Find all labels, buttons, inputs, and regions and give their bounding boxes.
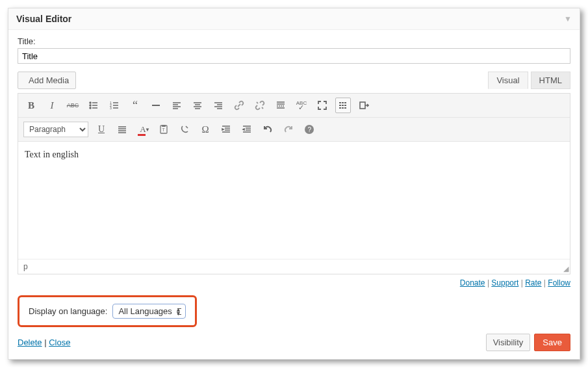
special-char-button[interactable]: Ω [198,122,213,137]
title-input[interactable] [18,48,570,64]
editor-container: B I ABC 123 “ ABC✓ Pa [18,93,570,274]
svg-text:3: 3 [110,106,112,110]
svg-text:T: T [162,127,166,132]
language-select[interactable]: All Languages ▲▼ [112,304,185,319]
help-button[interactable]: ? [301,122,317,137]
svg-text:?: ? [308,126,312,133]
tab-visual[interactable]: Visual [488,72,528,89]
svg-point-6 [90,107,91,109]
collapse-icon[interactable]: ▼ [564,14,572,23]
unlink-button[interactable] [252,98,268,113]
undo-button[interactable] [260,122,275,137]
hr-button[interactable] [148,98,164,113]
insert-more-button[interactable] [273,98,288,113]
outdent-button[interactable] [218,122,234,137]
toolbar-row-2: Paragraph U A▼ T Ω ? [18,118,570,142]
svg-rect-35 [344,102,346,103]
footer-links: Donate | Support | Rate | Follow [18,278,570,287]
svg-rect-37 [342,105,344,106]
italic-button[interactable]: I [44,98,60,113]
clear-format-button[interactable] [177,122,192,137]
editor-content[interactable]: Text in english [18,142,570,259]
align-right-button[interactable] [211,98,226,113]
follow-link[interactable]: Follow [548,278,570,287]
visibility-button[interactable]: Visibility [486,334,531,351]
paste-text-button[interactable]: T [156,122,172,137]
svg-rect-42 [360,102,365,109]
bold-button[interactable]: B [23,98,39,113]
support-link[interactable]: Support [491,278,518,287]
add-media-button[interactable]: Add Media [18,72,76,89]
save-button[interactable]: Save [534,334,570,351]
title-label: Title: [18,36,570,46]
language-label: Display on language: [29,306,107,316]
svg-point-4 [90,105,91,106]
kitchen-sink-button[interactable] [335,98,351,113]
svg-line-27 [257,102,258,103]
svg-rect-33 [339,102,341,103]
status-path[interactable]: p [23,262,28,271]
bottom-row: Delete | Close Visibility Save [18,334,570,351]
svg-rect-39 [339,107,341,109]
align-center-button[interactable] [190,98,205,113]
rate-link[interactable]: Rate [525,278,541,287]
svg-line-28 [262,107,263,109]
align-justify-button[interactable] [114,122,130,137]
visual-editor-panel: Visual Editor ▼ Title: Add Media Visual … [8,8,580,360]
align-left-button[interactable] [169,98,185,113]
editor-status-bar: p ◢ [18,259,570,274]
blockquote-button[interactable]: “ [127,98,143,113]
svg-rect-36 [339,105,341,106]
select-updown-icon: ▲▼ [175,308,181,315]
export-icon[interactable] [356,98,372,113]
panel-header[interactable]: Visual Editor ▼ [8,8,580,30]
svg-rect-48 [162,125,166,127]
donate-link[interactable]: Donate [460,278,485,287]
resize-grip-icon[interactable]: ◢ [561,265,569,272]
editor-tabs: Visual HTML [488,72,570,89]
svg-rect-40 [342,107,344,109]
svg-rect-34 [342,102,344,103]
add-media-label: Add Media [29,75,69,85]
delete-link[interactable]: Delete [18,338,42,347]
svg-rect-38 [344,105,346,106]
tab-html[interactable]: HTML [531,72,570,89]
language-highlight-box: Display on language: All Languages ▲▼ [18,295,197,327]
toolbar-row-1: B I ABC 123 “ ABC✓ [18,94,570,118]
redo-button[interactable] [281,122,296,137]
underline-button[interactable]: U [94,122,109,137]
fullscreen-button[interactable] [314,98,330,113]
bullet-list-button[interactable] [86,98,101,113]
strikethrough-button[interactable]: ABC [65,98,81,113]
spellcheck-button[interactable]: ABC✓ [294,98,309,113]
numbered-list-button[interactable]: 123 [107,98,122,113]
link-button[interactable] [231,98,247,113]
close-link[interactable]: Close [49,338,70,347]
panel-title: Visual Editor [16,14,71,24]
indent-button[interactable] [239,122,255,137]
svg-point-2 [90,102,91,103]
format-select[interactable]: Paragraph [23,122,88,137]
svg-rect-41 [344,107,346,109]
text-color-button[interactable]: A▼ [135,122,151,137]
